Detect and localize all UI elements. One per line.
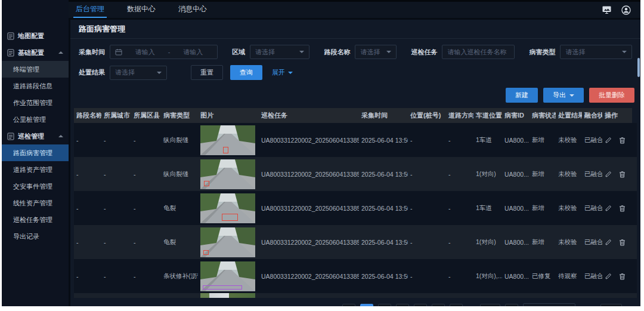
main-area: 后台管理 数据中心 消息中心 路面病害管理: [69, 0, 640, 306]
sidebar-item-road-asset-mgmt[interactable]: 道路资产管理: [2, 161, 69, 178]
tab-data-center[interactable]: 数据中心: [125, 2, 158, 18]
edit-icon[interactable]: [605, 171, 612, 178]
sidebar-item-inspection-task-mgmt[interactable]: 巡检任务管理: [2, 211, 69, 228]
cell-collect-time: 2025-06-04 13:50: [359, 225, 408, 259]
page-button-4[interactable]: 4: [414, 304, 427, 306]
damage-type-select[interactable]: 请选择: [560, 45, 632, 59]
cell-road-name: -: [74, 191, 101, 225]
next-page-button[interactable]: ›: [505, 304, 518, 306]
task-name-input[interactable]: [442, 45, 515, 59]
table-row[interactable]: - - - 龟裂 UA800331220002_2025060413385205…: [74, 191, 637, 225]
vertical-scrollbar-thumb[interactable]: [637, 58, 640, 77]
expand-label: 展开: [272, 68, 285, 77]
sidebar-item-work-scope-mgmt[interactable]: 作业范围管理: [2, 94, 69, 111]
page-button-last[interactable]: 1271: [480, 304, 500, 306]
sidebar-item-linear-asset-mgmt[interactable]: 线性资产管理: [2, 195, 69, 211]
delete-icon[interactable]: [619, 239, 626, 246]
filter-row-2: 处置结果 请选择 重置 查询 展开: [79, 65, 632, 80]
tab-label: 数据中心: [127, 4, 156, 14]
cell-county: -: [131, 259, 161, 293]
road-photo-thumbnail[interactable]: [200, 159, 255, 189]
page-button-2[interactable]: 2: [378, 304, 391, 306]
cell-damage-type: 龟裂: [161, 225, 198, 259]
batch-delete-button[interactable]: 批量删除: [589, 88, 634, 103]
edit-icon[interactable]: [605, 239, 612, 246]
sidebar-item-inspection-mgmt[interactable]: 巡检管理: [2, 128, 69, 144]
road-name-select[interactable]: 请选择: [355, 45, 397, 59]
sidebar-item-export-records[interactable]: 导出记录: [2, 228, 69, 245]
user-avatar-icon[interactable]: [621, 5, 631, 15]
table-row[interactable]: - - - 纵向裂缝 UA800331220002_20250604133852…: [74, 157, 637, 191]
cell-lane: 1(对向),...: [473, 259, 502, 293]
page-button-1[interactable]: 1: [360, 304, 373, 306]
page-size-select[interactable]: 10条/页: [523, 303, 575, 306]
road-name-label: 路段名称: [324, 48, 350, 57]
collect-time-range-picker[interactable]: 请输入 - 请输入: [110, 45, 218, 59]
cell-road-name: -: [74, 225, 101, 259]
damage-annotation-box: [223, 147, 228, 153]
page-button-5[interactable]: 5: [432, 304, 445, 306]
sidebar-item-road-damage-mgmt[interactable]: 路面病害管理: [2, 144, 69, 161]
road-damage-panel: 路面病害管理 采集时间 请输入 - 请输入 区域: [70, 20, 640, 306]
road-photo-thumbnail[interactable]: [200, 261, 255, 291]
sidebar-item-map-config[interactable]: 地图配置: [2, 27, 69, 44]
table-row[interactable]: - - - 龟裂 UA800331220002_2025060413385205…: [74, 225, 637, 259]
cell-image: [198, 259, 259, 293]
sidebar-item-base-config[interactable]: 基础配置: [2, 44, 69, 61]
cell-city: -: [101, 123, 131, 157]
collect-time-label: 采集时间: [79, 48, 105, 57]
region-placeholder: 请选择: [255, 48, 275, 57]
edit-icon[interactable]: [605, 205, 612, 212]
prev-page-button[interactable]: ‹: [342, 304, 355, 306]
sidebar-item-traffic-safety-event-mgmt[interactable]: 交安事件管理: [2, 178, 69, 195]
task-label: 巡检任务: [411, 48, 437, 57]
chevron-up-icon: [58, 51, 63, 54]
new-button[interactable]: 新建: [506, 88, 538, 103]
page-button-6[interactable]: 6: [450, 304, 463, 306]
table-row[interactable]: - - - 条状修补(沥青) UA800331220002_2025060413…: [74, 259, 637, 293]
road-photo-thumbnail[interactable]: [200, 227, 255, 257]
edit-icon[interactable]: [605, 137, 612, 144]
cell-result: 未校验: [556, 225, 582, 259]
damage-type-label: 病害类型: [529, 48, 555, 57]
delete-icon[interactable]: [619, 273, 626, 280]
export-button[interactable]: 导出: [543, 88, 584, 103]
tab-message-center[interactable]: 消息中心: [176, 2, 209, 18]
expand-toggle[interactable]: 展开: [272, 68, 293, 77]
col-header-county: 所属区县: [131, 108, 161, 123]
result-select[interactable]: 请选择: [110, 66, 167, 80]
cell-damage-type: 纵向裂缝: [161, 123, 198, 157]
delete-icon[interactable]: [619, 171, 626, 178]
reset-button[interactable]: 重置: [191, 65, 223, 80]
end-date-placeholder[interactable]: 请输入: [174, 48, 212, 57]
start-date-placeholder[interactable]: 请输入: [126, 48, 165, 57]
page-button-3[interactable]: 3: [396, 304, 409, 306]
table-row[interactable]: - - - 纵向裂缝 UA800331220002_20250604133852…: [74, 123, 637, 157]
cell-task: UA800331220002_20250604133852059: [259, 123, 359, 157]
region-select[interactable]: 请选择: [250, 45, 309, 59]
delete-icon[interactable]: [619, 137, 626, 144]
screen-monitor-icon[interactable]: [602, 5, 612, 14]
road-photo-thumbnail[interactable]: [200, 125, 255, 155]
sidebar-item-terminal-mgmt[interactable]: 终端管理: [2, 61, 69, 78]
cell-collect-time: 2025-06-04 13:50: [359, 123, 408, 157]
cell-fusion: 已融合: [582, 157, 602, 191]
damage-type-placeholder: 请选择: [565, 48, 585, 57]
tab-backend-mgmt[interactable]: 后台管理: [73, 2, 107, 18]
road-photo-thumbnail[interactable]: [200, 193, 255, 223]
cell-actions: [602, 157, 632, 191]
cell-result: 未校验: [556, 157, 582, 191]
sidebar-item-km-post-mgmt[interactable]: 公里桩管理: [2, 111, 69, 128]
edit-icon[interactable]: [605, 273, 612, 280]
goto-page-input[interactable]: [600, 304, 622, 306]
col-header-fusion: 融合状态: [582, 108, 602, 123]
cell-damage-type: 纵向裂缝: [161, 157, 198, 191]
query-button[interactable]: 查询: [230, 65, 262, 80]
cell-task: UA800331220002_20250604133852059: [259, 191, 359, 225]
cell-city: -: [101, 157, 131, 191]
table-row-partial: [74, 293, 637, 298]
window-frame: 地图配置 基础配置 终端管理 道路路段信息 作业范围管理 公里桩管理 巡检管理: [0, 0, 644, 311]
delete-icon[interactable]: [619, 205, 626, 212]
sidebar-item-road-section-info[interactable]: 道路路段信息: [2, 78, 69, 94]
cell-damage-id: UA800...: [502, 157, 530, 191]
